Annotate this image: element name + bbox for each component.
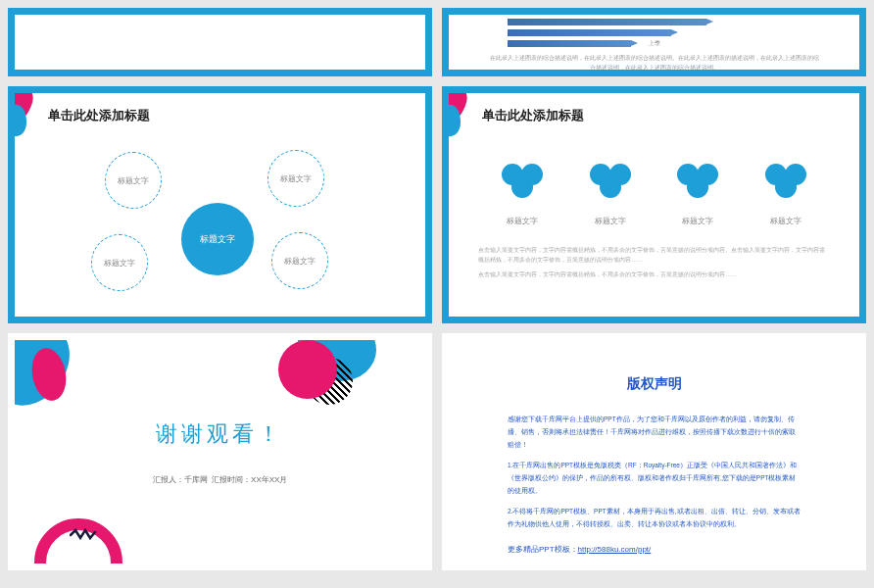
circle-decoration — [278, 340, 337, 399]
clover-icon — [590, 164, 631, 198]
copyright-paragraph: 2.不得将千库网的PPT模板、PPT素材，本身用于再出售,或者出租、出借、转让、… — [508, 505, 801, 530]
slide-6-copyright: 版权声明 感谢您下载千库网平台上提供的PPT作品，为了您和千库网以及原创作者的利… — [442, 333, 866, 570]
slide-title: 单击此处添加标题 — [482, 107, 859, 124]
thanks-subtitle: 汇报人：千库网 汇报时间：XX年XX月 — [153, 474, 288, 485]
clover-label: 标题文字 — [677, 216, 718, 226]
clover-row: 标题文字 标题文字 标题文字 标题文字 — [478, 164, 830, 226]
slide-5-thanks: 谢谢观看！ 汇报人：千库网 汇报时间：XX年XX月 — [8, 333, 432, 570]
clover-label: 标题文字 — [590, 216, 631, 226]
copyright-body: 感谢您下载千库网平台上提供的PPT作品，为了您和千库网以及原创作者的利益，请勿复… — [508, 413, 801, 530]
clover-item: 标题文字 — [765, 164, 806, 226]
bubble-item: 标题文字 — [91, 234, 148, 291]
slide-description: 点击输入简要文字内容，文字内容需概括精炼，不用多余的文字修饰，言简意赅的说明分项… — [478, 270, 830, 280]
bubble-item: 标题文字 — [105, 152, 162, 209]
reporter-value: 千库网 — [184, 475, 208, 484]
bubble-center: 标题文字 — [181, 203, 254, 275]
copyright-paragraph: 感谢您下载千库网平台上提供的PPT作品，为了您和千库网以及原创作者的利益，请勿复… — [508, 413, 801, 451]
clover-item: 标题文字 — [590, 164, 631, 226]
zigzag-decoration — [70, 528, 99, 542]
clover-item: 标题文字 — [502, 164, 543, 226]
clover-icon — [677, 164, 718, 198]
slide-3-bubbles: 单击此处添加标题 标题文字 标题文字 标题文字 标题文字 标题文字 — [8, 86, 432, 323]
clover-label: 标题文字 — [765, 216, 806, 226]
thanks-title: 谢谢观看！ — [153, 419, 288, 449]
clover-label: 标题文字 — [502, 216, 543, 226]
time-value: XX年XX月 — [251, 475, 287, 484]
slide-4-clovers: 单击此处添加标题 标题文字 标题文字 标题文字 标题文字 点击输入简要文字内容，… — [442, 86, 866, 323]
bubble-diagram: 标题文字 标题文字 标题文字 标题文字 标题文字 — [15, 132, 425, 299]
more-label: 更多精品PPT模板： — [508, 545, 578, 554]
bubble-item: 标题文字 — [267, 150, 324, 207]
more-link[interactable]: http://588ku.com/ppt/ — [578, 545, 652, 554]
chart-description: 在此录入上述图表的综合描述说明，在此录入上述图表的综合描述说明。在此录入上述图表… — [449, 53, 859, 76]
bubble-item: 标题文字 — [271, 232, 328, 289]
slide-1-partial — [8, 8, 432, 76]
slide-2-partial: 上季 在此录入上述图表的综合描述说明，在此录入上述图表的综合描述说明。在此录入上… — [442, 8, 866, 76]
clover-item: 标题文字 — [677, 164, 718, 226]
more-templates: 更多精品PPT模板：http://588ku.com/ppt/ — [508, 544, 801, 555]
reporter-label: 汇报人： — [153, 475, 184, 484]
copyright-title: 版权声明 — [508, 375, 801, 393]
slide-description: 点击输入简要文字内容，文字内容需概括精炼，不用多余的文字修饰，言简意赅的说明分项… — [478, 246, 830, 265]
clover-icon — [765, 164, 806, 198]
time-label: 汇报时间： — [212, 475, 251, 484]
bar-tag: 上季 — [649, 39, 660, 48]
slide-title: 单击此处添加标题 — [48, 107, 425, 124]
clover-icon — [502, 164, 543, 198]
copyright-paragraph: 1.在千库网出售的PPT模板是免版税类（RF：Royalty-Free）正版受《… — [508, 459, 801, 497]
ring-decoration — [34, 518, 122, 570]
bar-chart: 上季 — [508, 19, 801, 47]
